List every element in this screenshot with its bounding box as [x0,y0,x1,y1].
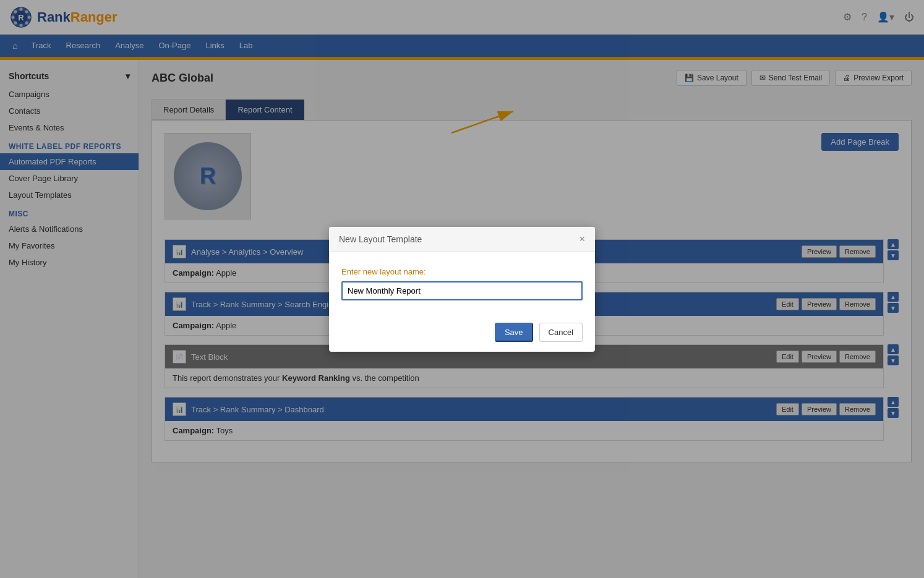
modal-close-button[interactable]: × [580,234,585,244]
modal-input-label: Enter new layout name: [341,267,583,276]
modal-overlay: New Layout Template × Enter new layout n… [0,0,924,578]
layout-name-input[interactable] [341,281,583,300]
modal-header: New Layout Template × [329,227,595,252]
modal-save-button[interactable]: Save [495,323,533,342]
modal-footer: Save Cancel [329,313,595,352]
modal-body: Enter new layout name: [329,252,595,313]
modal-title: New Layout Template [339,234,422,244]
new-layout-template-modal: New Layout Template × Enter new layout n… [329,227,595,352]
modal-cancel-button[interactable]: Cancel [539,323,583,342]
